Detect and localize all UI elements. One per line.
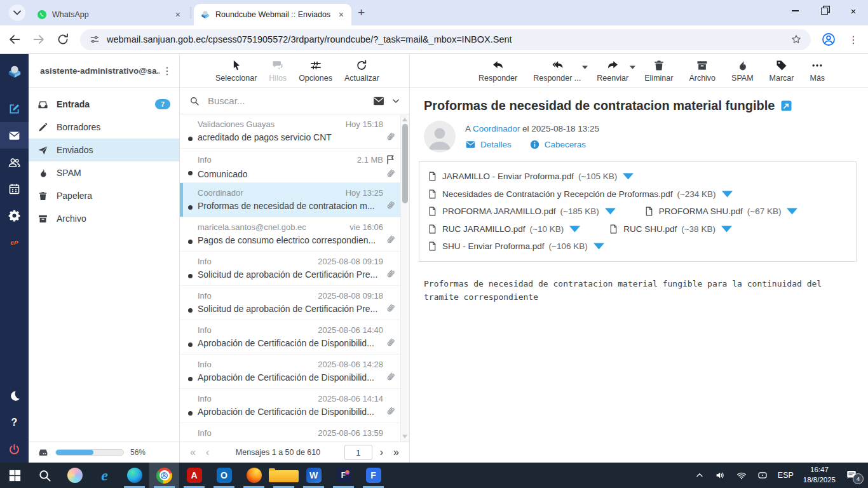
- logout-button[interactable]: [0, 436, 29, 463]
- open-in-new-window-icon[interactable]: [781, 100, 792, 111]
- rail-contacts-button[interactable]: [0, 149, 29, 175]
- junk-button[interactable]: SPAM: [731, 59, 754, 83]
- more-button[interactable]: Más: [810, 59, 825, 83]
- tab-close-button[interactable]: ×: [337, 10, 345, 20]
- last-page-button[interactable]: »: [391, 447, 402, 458]
- reload-button[interactable]: [56, 32, 70, 46]
- attachment-menu-icon[interactable]: [569, 224, 580, 234]
- attachment-name[interactable]: SHU - Enviar Proforma.pdf: [442, 241, 545, 251]
- taskbar-search-button[interactable]: [30, 463, 60, 488]
- attachment-name[interactable]: PROFORMA SHU.pdf: [659, 207, 743, 216]
- mark-button[interactable]: Marcar: [770, 59, 794, 83]
- help-button[interactable]: ?: [0, 409, 29, 436]
- attachment-menu-icon[interactable]: [593, 241, 604, 252]
- keyboard-language[interactable]: ESP: [778, 471, 794, 480]
- compose-button[interactable]: [0, 95, 29, 122]
- message-row[interactable]: Info 2025-08-06 14:28 Aprobación de Cert…: [180, 355, 401, 389]
- attachment-name[interactable]: RUC JARAMILLO.pdf: [442, 224, 526, 234]
- delete-button[interactable]: Eliminar: [644, 59, 673, 83]
- list-scrollbar[interactable]: [400, 114, 409, 442]
- rail-cpanel-button[interactable]: cP: [0, 229, 29, 255]
- taskbar-edge-button[interactable]: [119, 463, 149, 488]
- attachment-menu-icon[interactable]: [605, 206, 616, 217]
- scroll-up-icon[interactable]: [402, 118, 407, 121]
- attachment-name[interactable]: PROFORMA JARAMILLO.pdf: [442, 207, 556, 216]
- taskbar-file-explorer-button[interactable]: [269, 463, 299, 488]
- profile-icon[interactable]: [821, 32, 836, 47]
- dark-mode-button[interactable]: [0, 383, 29, 409]
- first-page-button[interactable]: «: [187, 447, 198, 458]
- tab-search-button[interactable]: [9, 4, 25, 21]
- attachment-menu-icon[interactable]: [722, 189, 733, 200]
- select-button[interactable]: Seleccionar: [215, 59, 257, 83]
- message-row[interactable]: Info 2025-08-06 14:14 Aprobación de Cert…: [180, 389, 401, 423]
- message-row[interactable]: Coordinador Hoy 13:25 Proformas de neces…: [180, 183, 401, 217]
- options-button[interactable]: Opciones: [299, 59, 332, 83]
- reply-button[interactable]: Responder: [478, 59, 517, 83]
- tab-close-button[interactable]: ×: [174, 10, 182, 20]
- rail-mail-button[interactable]: [0, 122, 29, 149]
- bookmark-star-icon[interactable]: [790, 34, 802, 45]
- message-row[interactable]: Info 2025-08-08 09:19 Solicitud de aprob…: [180, 252, 401, 286]
- minimize-button[interactable]: [780, 0, 810, 22]
- folder-item-enviados[interactable]: Enviados: [29, 139, 179, 161]
- attachment-name[interactable]: Necesidades de Contratación y Recepción …: [442, 189, 672, 199]
- attachment-name[interactable]: RUC SHU.pdf: [623, 224, 677, 234]
- clock[interactable]: 16:47 18/8/2025: [803, 465, 836, 485]
- connect-icon[interactable]: [757, 470, 768, 481]
- taskbar-blue-f-app-button[interactable]: F: [358, 463, 388, 488]
- taskbar-firefox-button[interactable]: [239, 463, 269, 488]
- taskbar-start-button[interactable]: [0, 463, 30, 488]
- headers-link[interactable]: Cabeceras: [529, 139, 586, 150]
- search-options-chevron-icon[interactable]: [391, 97, 400, 105]
- folder-item-papelera[interactable]: Papelera: [29, 184, 179, 207]
- taskbar-chrome-button[interactable]: [149, 463, 179, 488]
- site-info-icon[interactable]: [89, 34, 100, 45]
- tab-roundcube[interactable]: Roundcube Webmail :: Enviados ×: [194, 4, 351, 25]
- details-link[interactable]: Detalles: [465, 139, 512, 150]
- forward-button[interactable]: Reenviar: [597, 59, 628, 83]
- rail-calendar-button[interactable]: [0, 175, 29, 202]
- caret-down-icon[interactable]: [582, 65, 588, 69]
- refresh-button[interactable]: Actualizar: [344, 59, 379, 83]
- folder-menu-icon[interactable]: ⋮: [160, 65, 174, 77]
- attachment-menu-icon[interactable]: [623, 171, 634, 182]
- next-page-button[interactable]: ›: [377, 447, 386, 458]
- search-scope-icon[interactable]: [372, 95, 385, 107]
- folder-item-borradores[interactable]: Borradores: [29, 116, 179, 139]
- forward-button[interactable]: [32, 32, 46, 46]
- taskbar-firma-ec-button[interactable]: F: [329, 463, 358, 488]
- archive-button[interactable]: Archivo: [689, 59, 715, 83]
- message-row[interactable]: Info 2025-08-06 14:40 Aprobación de Cert…: [180, 320, 401, 355]
- taskbar-outlook-button[interactable]: O: [209, 463, 239, 488]
- scroll-down-icon[interactable]: [402, 435, 407, 438]
- threads-button[interactable]: Hilos: [269, 59, 287, 83]
- notification-center-button[interactable]: 4: [845, 469, 860, 482]
- folder-item-archivo[interactable]: Archivo: [29, 207, 179, 230]
- search-input[interactable]: [207, 95, 366, 107]
- scrollbar-thumb[interactable]: [402, 124, 408, 203]
- caret-down-icon[interactable]: [630, 65, 635, 69]
- message-row[interactable]: maricela.santos@cnel.gob.ec vie 16:06 Pa…: [180, 217, 401, 252]
- tab-whatsapp[interactable]: WhatsApp ×: [31, 4, 188, 25]
- attachment-name[interactable]: JARAMILLO - Enviar Proforma.pdf: [442, 172, 574, 181]
- recipient-link[interactable]: Coordinador: [473, 124, 520, 133]
- new-tab-button[interactable]: +: [358, 6, 365, 20]
- message-row[interactable]: Info 2025-08-06 13:59: [180, 423, 401, 442]
- taskbar-acrobat-button[interactable]: A: [179, 463, 209, 488]
- attachment-menu-icon[interactable]: [787, 206, 797, 217]
- folder-item-spam[interactable]: SPAM: [29, 161, 179, 184]
- close-button[interactable]: ×: [839, 0, 868, 22]
- message-row[interactable]: Validaciones Guayas Hoy 15:18 acreditado…: [180, 114, 401, 149]
- taskbar-word-button[interactable]: W: [299, 463, 329, 488]
- taskbar-copilot-button[interactable]: [60, 463, 90, 488]
- message-row[interactable]: Info 2025-08-08 09:18 Solicitud de aprob…: [180, 286, 401, 320]
- volume-icon[interactable]: [715, 470, 726, 481]
- reply-all-button[interactable]: Responder ...: [533, 59, 581, 83]
- page-number-input[interactable]: 1: [344, 445, 372, 460]
- prev-page-button[interactable]: ‹: [203, 447, 212, 458]
- address-bar[interactable]: webmail.sanjuan.gob.ec/cpsess0751905572/…: [80, 29, 811, 50]
- restore-button[interactable]: [810, 0, 839, 22]
- wifi-icon[interactable]: [736, 470, 747, 481]
- tray-chevron-up-icon[interactable]: [694, 470, 705, 481]
